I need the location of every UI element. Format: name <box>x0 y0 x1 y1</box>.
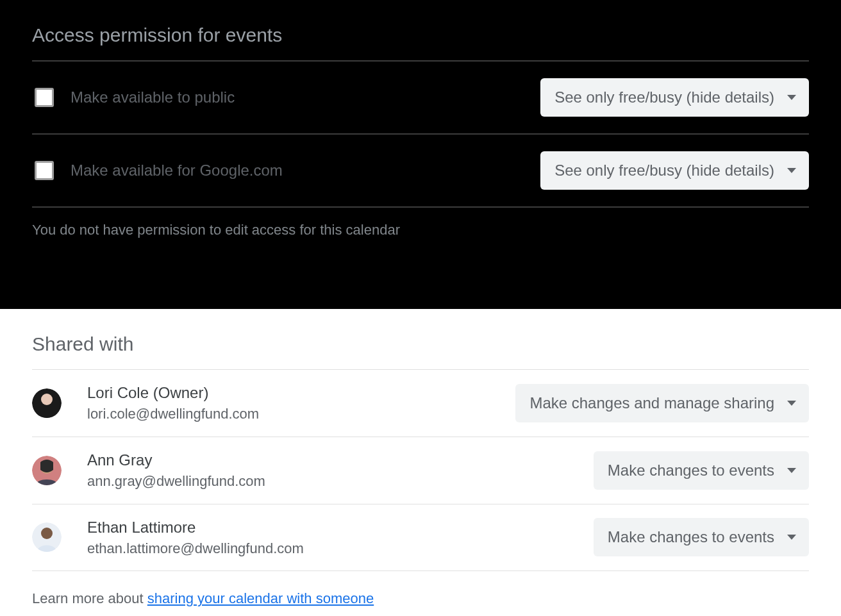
dropdown-value: Make changes to events <box>608 528 774 546</box>
dropdown-value: See only free/busy (hide details) <box>554 162 774 179</box>
access-option-row: Make available for Google.com See only f… <box>32 135 809 206</box>
divider <box>32 570 809 571</box>
learn-prefix: Learn more about <box>32 590 147 606</box>
user-permission-dropdown[interactable]: Make changes and manage sharing <box>515 384 809 422</box>
dropdown-value: Make changes to events <box>608 462 774 479</box>
access-title: Access permission for events <box>32 24 809 46</box>
user-name: Ethan Lattimore <box>87 517 304 537</box>
chevron-down-icon <box>787 468 796 473</box>
dropdown-value: Make changes and manage sharing <box>529 394 774 412</box>
divider <box>32 206 809 208</box>
user-permission-dropdown[interactable]: Make changes to events <box>594 518 809 556</box>
chevron-down-icon <box>787 401 796 406</box>
chevron-down-icon <box>787 95 796 100</box>
shared-with-section: Shared with Lori Cole (Owner) lori.cole@… <box>0 309 841 616</box>
user-email: ethan.lattimore@dwellingfund.com <box>87 540 304 558</box>
public-label: Make available to public <box>71 88 235 106</box>
public-permission-dropdown[interactable]: See only free/busy (hide details) <box>540 78 809 117</box>
learn-link[interactable]: sharing your calendar with someone <box>147 590 374 606</box>
public-checkbox[interactable] <box>35 88 54 107</box>
user-name: Lori Cole (Owner) <box>87 383 259 403</box>
org-label: Make available for Google.com <box>71 162 283 179</box>
chevron-down-icon <box>787 535 796 540</box>
svg-point-1 <box>41 394 53 405</box>
learn-more: Learn more about sharing your calendar w… <box>32 590 809 607</box>
user-email: ann.gray@dwellingfund.com <box>87 472 265 491</box>
avatar <box>32 456 62 485</box>
chevron-down-icon <box>787 168 796 173</box>
org-permission-dropdown[interactable]: See only free/busy (hide details) <box>540 151 809 190</box>
svg-point-5 <box>41 528 53 539</box>
avatar <box>32 522 62 552</box>
avatar <box>32 388 62 418</box>
shared-user-row: Ethan Lattimore ethan.lattimore@dwelling… <box>32 504 809 571</box>
dropdown-value: See only free/busy (hide details) <box>554 88 774 106</box>
shared-title: Shared with <box>32 333 809 355</box>
permission-note: You do not have permission to edit acces… <box>32 222 809 238</box>
user-permission-dropdown[interactable]: Make changes to events <box>594 451 809 490</box>
access-option-row: Make available to public See only free/b… <box>32 62 809 133</box>
org-checkbox[interactable] <box>35 161 54 180</box>
user-name: Ann Gray <box>87 450 265 470</box>
access-permission-section: Access permission for events Make availa… <box>0 0 841 309</box>
shared-user-row: Lori Cole (Owner) lori.cole@dwellingfund… <box>32 370 809 437</box>
user-email: lori.cole@dwellingfund.com <box>87 405 259 424</box>
shared-user-row: Ann Gray ann.gray@dwellingfund.com Make … <box>32 437 809 504</box>
